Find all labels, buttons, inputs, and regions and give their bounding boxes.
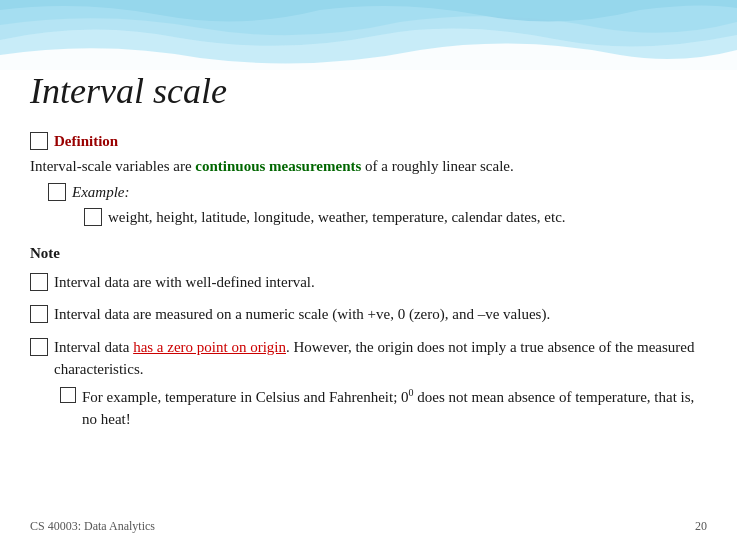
note-text-3: Interval data has a zero point on origin… bbox=[54, 336, 707, 431]
note-section: Note Interval data are with well-defined… bbox=[30, 242, 707, 431]
page-title: Interval scale bbox=[30, 70, 707, 112]
main-content: Interval scale Definition Interval-scale… bbox=[0, 60, 737, 510]
footer: CS 40003: Data Analytics 20 bbox=[30, 519, 707, 534]
footer-right: 20 bbox=[695, 519, 707, 534]
example-row: Example: bbox=[30, 181, 707, 204]
example-text: weight, height, latitude, longitude, wea… bbox=[108, 206, 707, 229]
note-bullet-3-icon bbox=[30, 338, 48, 356]
example-label: Example: bbox=[72, 181, 129, 204]
note-item-2: Interval data are measured on a numeric … bbox=[30, 303, 707, 326]
note-item-3-sub: For example, temperature in Celsius and … bbox=[54, 385, 707, 431]
definition-header-row: Definition bbox=[30, 130, 707, 153]
definition-label: Definition bbox=[54, 130, 118, 153]
note-item-1: Interval data are with well-defined inte… bbox=[30, 271, 707, 294]
footer-left: CS 40003: Data Analytics bbox=[30, 519, 155, 534]
note-item-3: Interval data has a zero point on origin… bbox=[30, 336, 707, 431]
note-text-1: Interval data are with well-defined inte… bbox=[54, 271, 707, 294]
example-sub-row: weight, height, latitude, longitude, wea… bbox=[30, 206, 707, 229]
note-sub-text: For example, temperature in Celsius and … bbox=[82, 385, 707, 431]
definition-section: Definition Interval-scale variables are … bbox=[30, 130, 707, 228]
example-sub-bullet-icon bbox=[84, 208, 102, 226]
example-bullet-icon bbox=[48, 183, 66, 201]
note-bullet-1-icon bbox=[30, 273, 48, 291]
note-bullet-2-icon bbox=[30, 305, 48, 323]
note-label: Note bbox=[30, 242, 707, 265]
definition-body: Interval-scale variables are continuous … bbox=[30, 155, 707, 178]
bullet-icon bbox=[30, 132, 48, 150]
note-sub-bullet-icon bbox=[60, 387, 76, 403]
note-text-2: Interval data are measured on a numeric … bbox=[54, 303, 707, 326]
